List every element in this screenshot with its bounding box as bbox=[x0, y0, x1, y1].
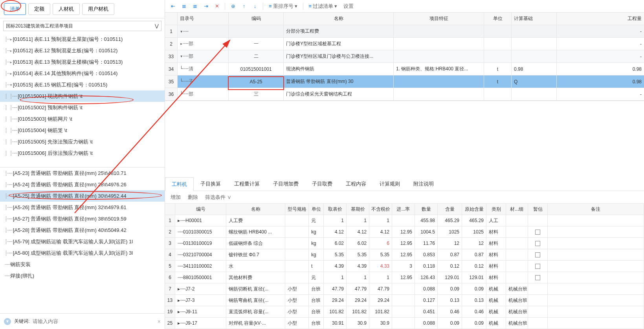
reorder-btn[interactable]: ≡重排序号 ▾ bbox=[266, 3, 300, 10]
sub-tab[interactable]: 附注说明 bbox=[407, 177, 440, 191]
detail-row[interactable]: 4 ┈┄03210700004镀锌铁丝 Φ0.7kg5.355.355.3512… bbox=[165, 249, 644, 261]
detail-row[interactable]: 13▸┈┄J7-3钢筋弯曲机 直径(...小型台班29.2429.2429.24… bbox=[165, 295, 644, 306]
tree-upper[interactable]: ┊┈▸ [010511] 表E.11 预制混凝土屋架(编号：010511)┊┈▸… bbox=[0, 33, 165, 167]
detail-row[interactable]: 5 ┈┄34110100002水t4.394.394.3330.1180.120… bbox=[165, 261, 644, 272]
detail-row[interactable]: 7▸┈┄J7-2钢筋切断机 直径(...小型台班47.7947.7947.790… bbox=[165, 283, 644, 295]
detail-header[interactable]: 数量 bbox=[415, 204, 438, 215]
tree-node[interactable]: ┊┈▸ [010512] 表E.12 预制混凝土板(编号：010512) bbox=[0, 45, 165, 56]
add-btn[interactable]: 增加 bbox=[171, 194, 181, 201]
detail-row[interactable]: 19▸┈┄J9-11直流弧焊机 容量(...小型台班101.82101.8210… bbox=[165, 306, 644, 318]
checkbox[interactable] bbox=[535, 230, 540, 235]
detail-header[interactable]: 材...细 bbox=[506, 204, 528, 215]
detail-row[interactable]: 3 ┈┄03130100019低碳钢焊条 综合kg6.026.02612.951… bbox=[165, 238, 644, 249]
detail-header[interactable]: 暂估 bbox=[528, 204, 548, 215]
tree-node[interactable]: ┈┄焊接(绑扎) bbox=[0, 270, 165, 281]
grid-header[interactable]: 名称 bbox=[284, 13, 394, 25]
standard-dropdown[interactable]: 国标2013建筑装饰工程清单项目 ⋁ bbox=[3, 21, 161, 31]
tree-node[interactable]: ┊┈┄[A5-24] 普通钢筋 带肋钢筋 直径(mm) 28\t\4976.26 bbox=[0, 179, 165, 190]
grid-row[interactable]: 34 └┈┄清010515001001现浇构件钢筋1. 钢筋种类、规格:HRB4… bbox=[165, 63, 644, 75]
tree-node[interactable]: ┊┈┄[A5-25] 普通钢筋 带肋钢筋 直径(mm) 30\t\4952.44 bbox=[0, 190, 165, 202]
grid-header[interactable]: 工程量 bbox=[557, 13, 644, 25]
checkbox[interactable] bbox=[535, 241, 540, 246]
tree-node[interactable]: ┊┈┄[A5-79] 成型钢筋运输 载重汽车运输人装人卸(运距) 1l bbox=[0, 236, 165, 247]
tree-node[interactable]: ┊ ┊┈┄[010515001] 现浇构件钢筋 \t bbox=[0, 90, 165, 102]
grid-row[interactable]: 36 └┈┄部三门诊综合楼采光天窗钢结构工程- bbox=[165, 88, 644, 101]
sub-tab[interactable]: 子目换算 bbox=[194, 177, 228, 191]
grid-header[interactable]: 计算基础 bbox=[512, 13, 557, 25]
sub-tab[interactable]: 子目取费 bbox=[305, 177, 339, 191]
indent-left-icon[interactable]: ⇤ bbox=[168, 2, 178, 11]
tree-node[interactable]: ┊┈┄[A5-80] 成型钢筋运输 载重汽车运输人装人卸(运距) 3l bbox=[0, 247, 165, 259]
grid-header[interactable] bbox=[165, 13, 178, 25]
keyword-input[interactable] bbox=[33, 318, 154, 324]
grid-row[interactable]: 35 └┈┄子A5-25普通钢筋 带肋钢筋 直径(mm) 30tQ0.98 bbox=[165, 75, 644, 88]
grid-header[interactable]: 单位 bbox=[484, 13, 512, 25]
detail-header[interactable]: 名称 bbox=[226, 204, 285, 215]
tree-node[interactable]: ┊┈▸ [010511] 表E.11 预制混凝土屋架(编号：010511) bbox=[0, 33, 165, 45]
sub-tab[interactable]: 子目增加费 bbox=[266, 177, 305, 191]
detail-header[interactable]: 原始含量 bbox=[462, 204, 486, 215]
tree-node[interactable]: ┊┈┄[A5-27] 普通钢筋 带肋钢筋 直径(mm) 38\t\5019.59 bbox=[0, 213, 165, 224]
detail-header[interactable]: 进...率 bbox=[392, 204, 415, 215]
detail-header[interactable]: 型号规格 bbox=[285, 204, 309, 215]
tree-node[interactable]: ┊┈┄[A5-26] 普通钢筋 带肋钢筋 直径(mm) 32\t\4979.61 bbox=[0, 202, 165, 213]
down-arrow-icon[interactable]: ▼ bbox=[4, 318, 11, 325]
tab-labor-material[interactable]: 人材机 bbox=[53, 3, 80, 15]
grid-header[interactable]: 编码 bbox=[229, 13, 284, 25]
insert-icon[interactable]: ⊕ bbox=[228, 2, 238, 11]
detail-header[interactable]: 基期价 bbox=[347, 204, 369, 215]
tab-list[interactable]: 清单 bbox=[4, 3, 26, 15]
tree-node[interactable]: ┊┈┄[A5-23] 普通钢筋 带肋钢筋 直径(mm) 25\t\4810.71 bbox=[0, 167, 165, 179]
sub-tab[interactable]: 计算规则 bbox=[373, 177, 407, 191]
delete-icon[interactable]: ✕ bbox=[212, 2, 222, 11]
grid-row[interactable]: 2 ▸┈┄部一门诊楼Y型柱区域桩基工程- bbox=[165, 38, 644, 50]
outdent-icon[interactable]: ≣ bbox=[179, 2, 189, 11]
grid-row[interactable]: 33 ▾┈┄部二门诊楼Y型柱区域及门诊楼与公卫楼连接...- bbox=[165, 50, 644, 63]
move-up-icon[interactable]: ↑ bbox=[239, 2, 249, 11]
tree-lower[interactable]: ┊┈┄[A5-23] 普通钢筋 带肋钢筋 直径(mm) 25\t\4810.71… bbox=[0, 167, 165, 313]
detail-header[interactable]: 编号 bbox=[175, 204, 226, 215]
grid-header[interactable]: 目录号 bbox=[178, 13, 229, 25]
detail-row[interactable]: 25▸┈┄J9-17对焊机 容量(kV·...小型台班30.9130.930.9… bbox=[165, 318, 644, 329]
tree-node[interactable]: ┈┄钢筋安装 bbox=[0, 259, 165, 270]
grid-row[interactable]: 1▾┈┄分部分项工程费- bbox=[165, 25, 644, 38]
tab-user-material[interactable]: 用户材机 bbox=[82, 3, 114, 15]
detail-header[interactable]: 不含税价 bbox=[369, 204, 392, 215]
indent-icon[interactable]: ≣ bbox=[190, 2, 200, 11]
sub-tab[interactable]: 工程量计算 bbox=[228, 177, 266, 191]
tree-node[interactable]: ┊┈▸ [010514] 表E.14 其他预制构件(编号：010514) bbox=[0, 68, 165, 79]
checkbox[interactable] bbox=[535, 264, 540, 269]
tree-node[interactable]: ┊ ┊┈┄[010515004] 钢筋笼 \t bbox=[0, 125, 165, 136]
tree-node[interactable]: ┊┈┄[A5-28] 普通钢筋 带肋钢筋 直径(mm) 40\t\5049.42 bbox=[0, 224, 165, 236]
clear-keyword-icon[interactable]: × bbox=[158, 318, 161, 325]
detail-header[interactable]: 取表价 bbox=[324, 204, 347, 215]
detail-row[interactable]: 1▸┈┄H00001人工费元111455.98465.29465.29人工 bbox=[165, 215, 644, 226]
tab-quota[interactable]: 定额 bbox=[28, 3, 50, 15]
indent-right-icon[interactable]: ⇥ bbox=[201, 2, 211, 11]
detail-header[interactable]: 备注 bbox=[548, 204, 644, 215]
tree-node[interactable]: ┊ ┊┈┄[010515002] 预制构件钢筋 \t bbox=[0, 102, 165, 113]
detail-row[interactable]: 2 ┈┄01010300015螺纹钢筋 HRB400 ...kg4.124.12… bbox=[165, 226, 644, 238]
tree-node[interactable]: ┊ ┊┈┄[010515003] 钢筋网片 \t bbox=[0, 113, 165, 125]
delete-btn[interactable]: 删除 bbox=[188, 194, 198, 201]
detail-header[interactable]: 单位 bbox=[309, 204, 324, 215]
sub-tab[interactable]: 工料机 bbox=[165, 177, 194, 191]
checkbox[interactable] bbox=[535, 275, 540, 280]
tree-node[interactable]: ┊┈▸ [010513] 表E.13 预制混凝土楼梯(编号：010513) bbox=[0, 56, 165, 68]
grid-header[interactable]: 项目特征 bbox=[394, 13, 484, 25]
checkbox[interactable] bbox=[535, 252, 540, 257]
tree-prefix: ┊┈▸ bbox=[5, 59, 12, 65]
settings-btn[interactable]: 设置 bbox=[341, 3, 356, 10]
detail-header[interactable] bbox=[165, 204, 175, 215]
tree-node[interactable]: ┊ ┊┈┄[010515005] 先张法预应力钢筋 \t bbox=[0, 136, 165, 147]
filter-btn[interactable]: ≡过滤清单 ▾ bbox=[306, 3, 340, 10]
filter-criteria-btn[interactable]: 筛选条件 ∨ bbox=[205, 194, 231, 201]
sub-tab[interactable]: 工程内容 bbox=[339, 177, 373, 191]
tree-node[interactable]: ┊┈▾ [010515] 表E.15 钢筋工程(编号：010515) bbox=[0, 79, 165, 90]
move-down-icon[interactable]: ↓ bbox=[250, 2, 260, 11]
detail-header[interactable]: 含量 bbox=[438, 204, 462, 215]
tree-node[interactable]: ┊ ┊┈┄[010515006] 后张法预应力钢筋 \t bbox=[0, 147, 165, 159]
detail-row[interactable]: 6 ┈┄88010500001其他材料费元11112.95126.43129.0… bbox=[165, 272, 644, 283]
detail-header[interactable]: 类别 bbox=[486, 204, 506, 215]
detail-cell: 螺纹钢筋 HRB400 ... bbox=[226, 226, 285, 237]
